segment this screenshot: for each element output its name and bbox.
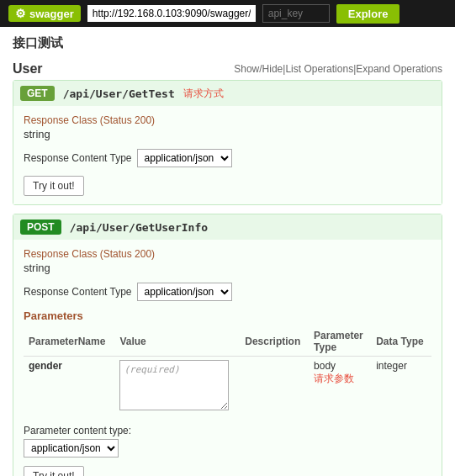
param-value-gender: (required) xyxy=(114,357,240,417)
params-table: ParameterName Value Description Paramete… xyxy=(24,327,431,416)
section-actions: Show/Hide | List Operations | Expand Ope… xyxy=(234,63,442,75)
list-operations-link[interactable]: List Operations xyxy=(285,63,353,75)
param-textarea-gender[interactable]: (required) xyxy=(119,360,229,410)
content-type-select-post[interactable]: application/json xyxy=(137,283,232,301)
section-header: User Show/Hide | List Operations | Expan… xyxy=(13,61,442,77)
content-type-row-post: Response Content Type application/json xyxy=(24,283,431,301)
params-header-row: ParameterName Value Description Paramete… xyxy=(24,327,431,357)
params-label: Parameters xyxy=(24,309,431,322)
try-btn-post[interactable]: Try it out! xyxy=(24,466,84,476)
api-path-get: /api/User/GetTest xyxy=(63,87,175,100)
response-class-get: Response Class (Status 200) xyxy=(24,114,431,126)
try-btn-get[interactable]: Try it out! xyxy=(24,176,84,196)
param-body-type: body xyxy=(314,360,336,372)
param-description-gender xyxy=(240,357,309,417)
expand-operations-link[interactable]: Expand Operations xyxy=(356,63,442,75)
response-class-post: Response Class (Status 200) xyxy=(24,248,431,260)
user-section: User Show/Hide | List Operations | Expan… xyxy=(13,61,442,476)
col-param-name: ParameterName xyxy=(24,327,114,357)
main-content: 接口测试 User Show/Hide | List Operations | … xyxy=(0,27,455,476)
param-content-type-select[interactable]: application/json xyxy=(24,439,119,457)
content-type-select-get[interactable]: application/json xyxy=(137,149,232,167)
page-title: 接口测试 xyxy=(13,35,442,51)
content-type-label-post: Response Content Type xyxy=(24,286,132,298)
response-type-post: string xyxy=(24,262,431,274)
swagger-logo-text: swagger xyxy=(29,8,74,20)
param-name-gender: gender xyxy=(24,357,114,417)
api-details-post: Response Class (Status 200) string Respo… xyxy=(13,240,442,476)
api-path-post: /api/User/GetUserInfo xyxy=(70,221,208,234)
swagger-logo: ⚙ swagger xyxy=(8,5,81,22)
api-details-get: Response Class (Status 200) string Respo… xyxy=(13,106,442,204)
section-title: User xyxy=(13,61,43,77)
param-type-gender: body 请求参数 xyxy=(309,357,371,417)
col-param-type: ParameterType xyxy=(309,327,371,357)
api-note-get: 请求方式 xyxy=(183,87,224,101)
explore-button[interactable]: Explore xyxy=(336,4,400,24)
content-type-label-get: Response Content Type xyxy=(24,152,132,164)
param-note: 请求参数 xyxy=(314,373,354,384)
api-block-get: GET /api/User/GetTest 请求方式 Response Clas… xyxy=(13,80,442,205)
swagger-icon: ⚙ xyxy=(15,7,26,20)
api-block-post: POST /api/User/GetUserInfo Response Clas… xyxy=(13,214,442,476)
param-data-type-gender: integer xyxy=(371,357,431,417)
col-param-value: Value xyxy=(114,327,240,357)
method-badge-post: POST xyxy=(20,219,61,235)
param-content-type-label: Parameter content type: xyxy=(24,425,431,436)
col-data-type: Data Type xyxy=(371,327,431,357)
content-type-row-get: Response Content Type application/json xyxy=(24,149,431,167)
url-input[interactable] xyxy=(87,5,256,22)
param-content-type-row: Parameter content type: application/json xyxy=(24,425,431,457)
api-row-get[interactable]: GET /api/User/GetTest 请求方式 xyxy=(13,81,442,106)
col-description: Description xyxy=(240,327,309,357)
method-badge-get: GET xyxy=(20,86,55,101)
api-key-input[interactable] xyxy=(262,4,330,23)
api-row-post[interactable]: POST /api/User/GetUserInfo xyxy=(13,214,442,240)
header: ⚙ swagger Explore xyxy=(0,0,455,27)
response-type-get: string xyxy=(24,128,431,140)
param-row-gender: gender (required) body 请求参数 integer xyxy=(24,357,431,417)
show-hide-link[interactable]: Show/Hide xyxy=(234,63,283,75)
